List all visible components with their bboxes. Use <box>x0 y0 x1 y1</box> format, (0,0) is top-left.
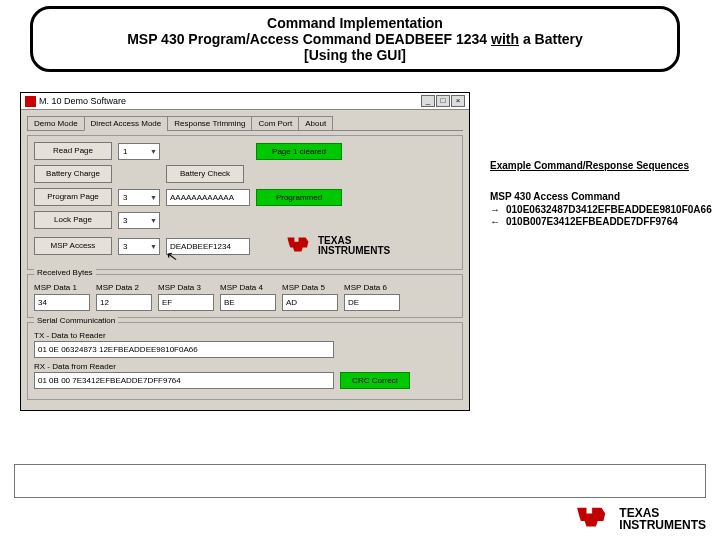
title-line-1: Command Implementation <box>45 15 665 31</box>
gui-window: M. 10 Demo Software _ □ × Demo Mode Dire… <box>20 92 470 411</box>
byte-label: MSP Data 4 <box>220 283 276 292</box>
ti-logo-footer: TEXAS INSTRUMENTS <box>575 504 706 534</box>
msp-access-input[interactable]: DEADBEEF1234 <box>166 238 250 255</box>
program-page-input[interactable]: AAAAAAAAAAAA <box>166 189 250 206</box>
ti-brand-bot: INSTRUMENTS <box>619 519 706 531</box>
maximize-button[interactable]: □ <box>436 95 450 107</box>
byte-label: MSP Data 1 <box>34 283 90 292</box>
app-icon <box>25 96 36 107</box>
byte-value[interactable]: DE <box>344 294 400 311</box>
byte-label: MSP Data 3 <box>158 283 214 292</box>
seq-title: MSP 430 Access Command <box>490 191 710 202</box>
chevron-down-icon: ▼ <box>150 243 157 250</box>
byte-value[interactable]: 12 <box>96 294 152 311</box>
ti-chip-icon <box>575 504 613 534</box>
tx-input[interactable]: 01 0E 06324873 12EFBEADDEE9810F0A66 <box>34 341 334 358</box>
footer-strip <box>14 464 706 498</box>
msp-access-combo[interactable]: 3▼ <box>118 238 160 255</box>
battery-charge-button[interactable]: Battery Charge <box>34 165 112 183</box>
serial-comm-fieldset: Serial Communication TX - Data to Reader… <box>27 322 463 400</box>
byte-value[interactable]: AD <box>282 294 338 311</box>
title-line-3: [Using the GUI] <box>45 47 665 63</box>
received-bytes-fieldset: Received Bytes MSP Data 134 MSP Data 212… <box>27 274 463 318</box>
arrow-left-icon: ← <box>490 216 500 227</box>
seq-in: 010B007E3412EFBEADDE7DFF9764 <box>506 216 678 227</box>
msp-access-button[interactable]: MSP Access <box>34 237 112 255</box>
example-heading: Example Command/Response Sequences <box>490 160 710 171</box>
commands-panel: Read Page 1▼ Page 1 cleared Battery Char… <box>27 135 463 270</box>
received-bytes-legend: Received Bytes <box>34 268 96 277</box>
arrow-right-icon: → <box>490 204 500 215</box>
minimize-button[interactable]: _ <box>421 95 435 107</box>
slide-title-box: Command Implementation MSP 430 Program/A… <box>30 6 680 72</box>
tab-direct-access[interactable]: Direct Access Mode <box>84 116 169 131</box>
lock-page-button[interactable]: Lock Page <box>34 211 112 229</box>
titlebar: M. 10 Demo Software _ □ × <box>21 93 469 110</box>
close-button[interactable]: × <box>451 95 465 107</box>
ti-chip-icon <box>286 234 314 258</box>
cursor-icon: ↖ <box>165 247 180 265</box>
read-page-button[interactable]: Read Page <box>34 142 112 160</box>
read-page-combo[interactable]: 1▼ <box>118 143 160 160</box>
tx-label: TX - Data to Reader <box>34 331 456 340</box>
byte-label: MSP Data 6 <box>344 283 400 292</box>
byte-value[interactable]: EF <box>158 294 214 311</box>
program-page-status: Programmed <box>256 189 342 206</box>
ti-logo-inline: TEXAS INSTRUMENTS <box>286 234 390 258</box>
tab-strip: Demo Mode Direct Access Mode Response Tr… <box>27 116 463 131</box>
rx-label: RX - Data from Reader <box>34 362 456 371</box>
battery-check-button[interactable]: Battery Check <box>166 165 244 183</box>
example-sequences: Example Command/Response Sequences MSP 4… <box>490 160 710 228</box>
tab-response-trimming[interactable]: Response Trimming <box>167 116 252 131</box>
chevron-down-icon: ▼ <box>150 194 157 201</box>
chevron-down-icon: ▼ <box>150 217 157 224</box>
window-title: M. 10 Demo Software <box>39 96 126 106</box>
title-prefix: MSP 430 Program/Access Command DEADBEEF … <box>127 31 491 47</box>
program-page-button[interactable]: Program Page <box>34 188 112 206</box>
rx-input[interactable]: 01 0B 00 7E3412EFBEADDE7DFF9764 <box>34 372 334 389</box>
byte-label: MSP Data 2 <box>96 283 152 292</box>
lock-page-combo[interactable]: 3▼ <box>118 212 160 229</box>
title-line-2: MSP 430 Program/Access Command DEADBEEF … <box>45 31 665 47</box>
title-suffix: a Battery <box>519 31 583 47</box>
title-with: with <box>491 31 519 47</box>
tab-demo-mode[interactable]: Demo Mode <box>27 116 85 131</box>
seq-out: 010E0632487D3412EFBEADDEE9810F0A66 <box>506 204 712 215</box>
tab-com-port[interactable]: Com Port <box>251 116 299 131</box>
byte-value[interactable]: 34 <box>34 294 90 311</box>
ti-brand-bot: INSTRUMENTS <box>318 246 390 256</box>
tab-about[interactable]: About <box>298 116 333 131</box>
serial-comm-legend: Serial Communication <box>34 316 118 325</box>
read-page-status: Page 1 cleared <box>256 143 342 160</box>
byte-label: MSP Data 5 <box>282 283 338 292</box>
chevron-down-icon: ▼ <box>150 148 157 155</box>
crc-status: CRC Correct <box>340 372 410 389</box>
program-page-combo[interactable]: 3▼ <box>118 189 160 206</box>
byte-value[interactable]: BE <box>220 294 276 311</box>
